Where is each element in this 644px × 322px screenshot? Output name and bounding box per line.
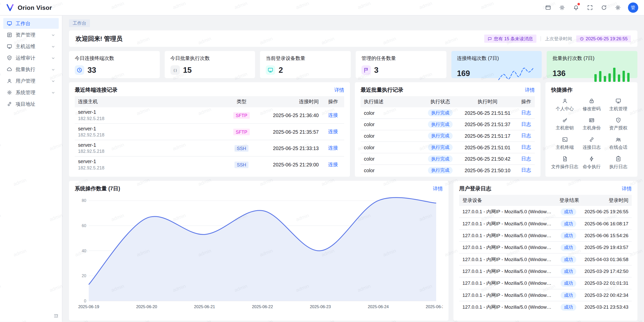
last-login-time: 2025-06-25 19:26:55: [586, 36, 628, 41]
log-link[interactable]: 日志: [521, 133, 531, 138]
message-icon: [488, 36, 492, 41]
unread-messages-badge[interactable]: 您有 15 条未读消息: [485, 34, 536, 43]
session-icon: [615, 136, 621, 142]
exec-status-cell: 执行完成: [423, 130, 458, 142]
connect-link[interactable]: 连接: [328, 112, 338, 118]
log-link[interactable]: 日志: [521, 144, 531, 150]
svg-text:40: 40: [82, 248, 86, 253]
host-name: server-1: [78, 109, 223, 115]
breadcrumb-item-workbench[interactable]: 工作台: [69, 19, 90, 27]
connect-time: 2025-06-25 21:36:40: [257, 107, 322, 123]
last-login-label: 上次登录时间: [545, 35, 572, 42]
recent-batch-panel: 最近批量执行记录 详情 执行描述 执行状态 执行时间 操作 color执行完成2…: [355, 82, 541, 177]
app-title: Orion Visor: [18, 4, 52, 11]
quick-action-online-session[interactable]: 在线会话: [605, 136, 632, 152]
quick-action-label: 资产授权: [609, 125, 627, 131]
exec-desc: color: [360, 153, 423, 165]
table-row: 127.0.0.1 - 内网IP - Mozilla/5.0 (Windows …: [459, 277, 632, 289]
exec-time: 2025-06-25 21:50:42: [458, 153, 517, 165]
stat-card-title: 今日连接终端次数: [75, 55, 154, 62]
host-ip: 182.92.5.218: [78, 116, 223, 121]
connect-link[interactable]: 连接: [328, 145, 338, 151]
clock-icon: [75, 65, 84, 75]
success-badge: 成功: [561, 304, 576, 311]
sidebar-item-workbench[interactable]: 工作台: [3, 18, 59, 29]
quick-action-label: 主机管理: [609, 106, 627, 112]
quick-action-host-management[interactable]: 主机管理: [605, 98, 632, 114]
quick-action-connect-log[interactable]: 连接日志: [578, 136, 605, 152]
protocol-tag: SSH: [234, 161, 249, 168]
protocol-tag: SFTP: [233, 128, 250, 135]
sidebar-item-user-management[interactable]: 用户管理: [3, 76, 59, 86]
log-link[interactable]: 日志: [521, 121, 531, 127]
sidebar-menu: 工作台资产管理主机运维运维审计批量执行用户管理系统管理项目地址: [0, 16, 62, 113]
quick-action-change-password[interactable]: 修改密码: [578, 98, 605, 114]
stat-card-value: 136: [552, 69, 566, 78]
sun-icon[interactable]: [556, 2, 567, 13]
quick-action-file-operation-log[interactable]: 文件操作日志: [551, 156, 578, 171]
sidebar-item-project-url[interactable]: 项目地址: [3, 99, 59, 109]
login-result-cell: 成功: [556, 230, 581, 241]
batch-detail-link[interactable]: 详情: [525, 87, 535, 94]
quick-action-label: 主机密钥: [556, 125, 574, 131]
divider: [540, 36, 541, 41]
status-badge: 执行完成: [428, 109, 453, 116]
sidebar-item-system-management[interactable]: 系统管理: [3, 87, 59, 98]
login-log-detail-link[interactable]: 详情: [622, 185, 632, 192]
chevron-down-icon: [51, 56, 55, 60]
login-result-cell: 成功: [556, 254, 581, 265]
login-device: 127.0.0.1 - 内网IP - Mozilla/5.0 (Windows …: [459, 230, 556, 241]
sidebar-collapse-icon[interactable]: [53, 313, 59, 319]
quick-action-host-identity[interactable]: 主机身份: [578, 117, 605, 133]
system-ops-detail-link[interactable]: 详情: [433, 185, 443, 192]
sidebar-item-label: 系统管理: [16, 89, 48, 96]
bell-icon[interactable]: [571, 2, 581, 13]
app-logo[interactable]: Orion Visor: [6, 3, 52, 12]
stat-card-title: 批量执行次数 (7日): [552, 55, 632, 62]
braces-icon: { }: [170, 65, 180, 75]
log-link[interactable]: 日志: [521, 110, 531, 116]
log-link[interactable]: 日志: [521, 167, 531, 173]
terminal-table: 连接主机 类型 连接时间 操作 server-1182.92.5.218SFTP…: [75, 96, 344, 173]
sidebar-item-ops-audit[interactable]: 运维审计: [3, 53, 59, 63]
bolt-icon: [589, 156, 595, 162]
quick-action-asset-authorization[interactable]: 资产授权: [605, 117, 632, 133]
window-icon[interactable]: [543, 2, 553, 13]
monitor-icon: [615, 98, 621, 104]
stat-cards-row: 今日连接终端次数 33 今日批量执行次数 { } 15 当前登录设备数量 2: [69, 51, 637, 78]
success-badge: 成功: [561, 232, 576, 239]
quick-action-label: 主机身份: [583, 125, 601, 131]
host-icon: [7, 44, 12, 49]
gear-icon[interactable]: [612, 2, 623, 13]
quick-actions-grid: 个人中心修改密码主机管理主机密钥主机身份资产授权主机终端连接日志在线会话文件操作…: [551, 96, 632, 171]
terminal-detail-link[interactable]: 详情: [334, 87, 344, 94]
login-time: 2025-03-21 23:53:43: [581, 301, 632, 313]
lock-icon: [589, 98, 595, 104]
unread-messages-text: 您有 15 条未读消息: [494, 35, 533, 42]
quick-action-command-execute[interactable]: 命令执行: [578, 156, 605, 171]
connect-link[interactable]: 连接: [328, 162, 338, 167]
quick-action-label: 文件操作日志: [551, 164, 578, 170]
quick-action-personal-center[interactable]: 个人中心: [551, 98, 578, 114]
sidebar-item-host-ops[interactable]: 主机运维: [3, 41, 59, 52]
table-row: 127.0.0.1 - 内网IP - Mozilla/5.0 (Windows …: [459, 230, 632, 241]
stat-card-login-devices: 当前登录设备数量 2: [260, 51, 351, 78]
quick-action-host-key[interactable]: 主机密钥: [551, 117, 578, 133]
exec-desc: color: [360, 141, 423, 153]
connect-link[interactable]: 连接: [328, 129, 338, 134]
quick-action-execute-log[interactable]: 执行日志: [605, 156, 632, 171]
col-action: 操作: [517, 96, 535, 107]
stat-card-value: 33: [88, 65, 96, 75]
log-link[interactable]: 日志: [521, 156, 531, 162]
quick-action-host-terminal[interactable]: 主机终端: [551, 136, 578, 152]
table-row: 127.0.0.1 - 内网IP - Mozilla/5.0 (Windows …: [459, 206, 632, 218]
refresh-icon[interactable]: [598, 2, 609, 13]
login-result-cell: 成功: [556, 301, 581, 313]
user-avatar[interactable]: 管: [628, 3, 638, 13]
sidebar-item-asset-management[interactable]: 资产管理: [3, 30, 59, 40]
sidebar-item-batch-execute[interactable]: 批量执行: [3, 64, 59, 75]
connect-time: 2025-06-25 21:29:00: [257, 156, 322, 172]
terminal-trend-sparkline: [497, 65, 536, 82]
login-device: 127.0.0.1 - 内网IP - Mozilla/5.0 (Windows …: [459, 218, 556, 229]
fullscreen-icon[interactable]: [584, 2, 595, 13]
